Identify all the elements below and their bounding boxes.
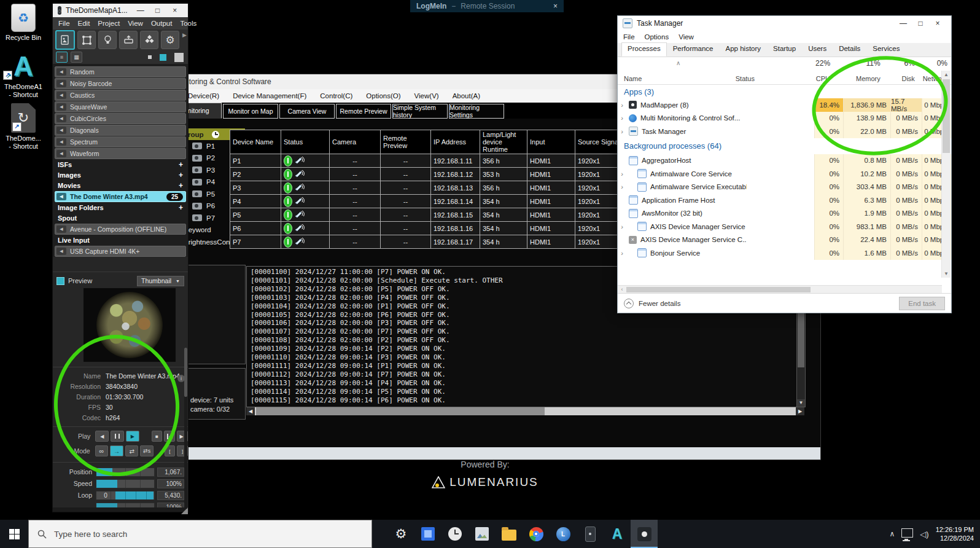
scrollbar-thumb[interactable]	[184, 348, 187, 397]
task-manager-tab[interactable]: Processes	[621, 42, 667, 57]
3d-scene-button[interactable]	[140, 31, 158, 49]
end-task-button[interactable]: End task	[899, 297, 945, 310]
monitoring-tab[interactable]: Simple System history	[392, 104, 448, 119]
library-item[interactable]: ◀ Noisy Barcode	[55, 78, 186, 89]
play-triangle-icon[interactable]: ◀	[56, 225, 66, 233]
desktop-icon-thedomea1[interactable]: A↗ TheDomeA1- Shortcut	[2, 52, 45, 99]
toolbar-overflow-icon[interactable]: ▶	[182, 32, 187, 38]
play-triangle-icon[interactable]: ◀	[56, 103, 66, 111]
library-item[interactable]: Live Input	[55, 235, 186, 245]
device-row[interactable]: P6 -- --	[230, 222, 623, 235]
disk-column-header[interactable]: Disk	[884, 75, 919, 82]
scroll-left-icon[interactable]: ◀	[246, 407, 255, 415]
surfaces-button[interactable]	[77, 31, 96, 49]
size-medium-swatch[interactable]	[160, 54, 166, 61]
collapse-chevron-icon[interactable]	[624, 299, 634, 308]
play-triangle-icon[interactable]: ◀	[56, 115, 66, 122]
media-thumbnail[interactable]	[84, 288, 176, 362]
status-column-header[interactable]: Status	[736, 75, 802, 82]
pingpong-mode-button[interactable]: ⇄	[125, 445, 139, 456]
loop-mode-button[interactable]: ∞	[95, 445, 109, 456]
library-item[interactable]: Movies +	[55, 181, 186, 190]
minimize-button[interactable]: —	[895, 19, 912, 28]
chrome-icon[interactable]	[523, 520, 550, 548]
network-icon[interactable]	[901, 528, 913, 538]
expand-chevron-icon[interactable]: ›	[618, 183, 626, 190]
task-manager-titlebar[interactable]: Task Manager — □ ×	[618, 16, 951, 31]
desktop-icon-thedome-map[interactable]: ↻↗ TheDome...- Shortcut	[2, 103, 45, 151]
monitoring-tab[interactable]: Monitoring Settings	[449, 104, 504, 119]
add-icon[interactable]: +	[179, 181, 183, 190]
menu-item[interactable]: Tools	[180, 20, 196, 27]
menu-item[interactable]: Control(C)	[320, 92, 352, 100]
column-header[interactable]: Status	[281, 130, 330, 154]
library-item[interactable]: ◀ SquareWave	[55, 101, 186, 112]
go-to-start-button[interactable]: ◀	[164, 431, 175, 442]
taskbar-search[interactable]: Type here to search	[28, 520, 372, 548]
play-triangle-icon[interactable]: ◀	[56, 150, 66, 157]
play-button[interactable]: ▶	[126, 431, 139, 442]
hidden-icons-chevron[interactable]: ∧	[890, 530, 895, 538]
stop-button[interactable]: ■	[152, 431, 163, 442]
play-triangle-icon[interactable]: ◀	[56, 127, 66, 134]
file-explorer-icon[interactable]	[496, 520, 523, 548]
add-icon[interactable]: +	[179, 171, 183, 179]
avenue-app-icon[interactable]: A	[604, 520, 631, 548]
thumbnail-view-icon[interactable]: ▦	[71, 52, 82, 63]
process-row[interactable]: › Task Manager 0% 22.0 MB 0 MB/s 0 Mbps	[618, 125, 951, 138]
system-monitor-app-icon[interactable]	[469, 520, 496, 548]
library-item[interactable]: ◀ Avenue - Composition (OFFLINE)	[55, 224, 186, 235]
start-button[interactable]	[0, 520, 28, 548]
menu-item[interactable]: Output	[151, 20, 173, 27]
menu-item[interactable]: Project	[98, 20, 120, 27]
close-button[interactable]: ×	[166, 6, 184, 15]
menu-item[interactable]: View	[679, 33, 694, 41]
library-item[interactable]: ◀ The Dome Winter A3.mp4 25	[55, 191, 186, 202]
process-row[interactable]: › Antimalware Service Executable 0% 303.…	[618, 181, 951, 194]
position-slider[interactable]	[96, 468, 155, 477]
forward-mode-button[interactable]: →	[110, 445, 123, 456]
menu-item[interactable]: Options(O)	[366, 92, 400, 100]
list-view-icon[interactable]: ≡	[56, 52, 68, 63]
task-manager-tab[interactable]: Users	[802, 42, 833, 57]
task-manager-tab[interactable]: Startup	[767, 42, 802, 57]
close-icon[interactable]: ×	[553, 2, 558, 10]
speed-value[interactable]: 100%	[157, 479, 184, 488]
loop-start-value[interactable]: 0	[96, 491, 115, 499]
size-small-swatch[interactable]	[148, 55, 152, 59]
monitoring-tab[interactable]: Remote Preview	[336, 104, 391, 119]
process-row[interactable]: › Antimalware Core Service 0% 10.2 MB 0 …	[618, 167, 951, 181]
process-row[interactable]: AXIS Device Manager Service C... 0% 22.4…	[618, 233, 951, 247]
scrollbar-thumb[interactable]	[256, 407, 545, 415]
process-row[interactable]: › Multi Monitoring & Control Sof... 0% 1…	[618, 112, 951, 125]
scroll-right-icon[interactable]: ▶	[796, 407, 804, 415]
play-triangle-icon[interactable]: ◀	[56, 68, 66, 76]
play-triangle-icon[interactable]: ◀	[56, 193, 66, 200]
library-item[interactable]: ◀ Waveform	[55, 148, 186, 159]
speaker-icon[interactable]: ◁)	[920, 530, 928, 539]
maximize-button[interactable]: □	[912, 19, 929, 28]
task-manager-hscrollbar[interactable]: ‹	[618, 285, 942, 293]
process-row[interactable]: › AXIS Device Manager Service 0% 983.1 M…	[618, 220, 951, 233]
media-browser-button[interactable]	[55, 30, 75, 50]
column-header[interactable]: Device Name	[230, 130, 281, 154]
expand-chevron-icon[interactable]: ›	[618, 128, 626, 135]
monitoring-app-icon[interactable]: L	[550, 520, 577, 548]
play-backward-button[interactable]: ◀	[95, 431, 109, 442]
column-header[interactable]: Remote Preview	[381, 130, 431, 154]
device-row[interactable]: P5 -- --	[230, 208, 623, 222]
menu-item[interactable]: File	[58, 20, 70, 27]
scroll-up-icon[interactable]: ▲	[942, 71, 951, 79]
memory-column-header[interactable]: Memory	[834, 75, 884, 82]
add-icon[interactable]: +	[179, 203, 183, 212]
maximize-button[interactable]: □	[149, 6, 166, 15]
loop-end-value[interactable]: 5,430.	[157, 491, 184, 500]
expand-chevron-icon[interactable]: ›	[618, 249, 626, 257]
process-row[interactable]: › Bonjour Service 0% 1.6 MB 0 MB/s 0 Mbp…	[618, 246, 951, 260]
size-large-swatch[interactable]	[174, 53, 184, 62]
scroll-left-icon[interactable]: ‹	[618, 286, 626, 292]
menu-item[interactable]: File	[623, 33, 635, 41]
log-horizontal-scrollbar[interactable]: ◀ ▶	[246, 407, 804, 415]
cpu-column-header[interactable]: CPU	[802, 75, 834, 82]
menu-item[interactable]: Device(R)	[188, 92, 219, 100]
